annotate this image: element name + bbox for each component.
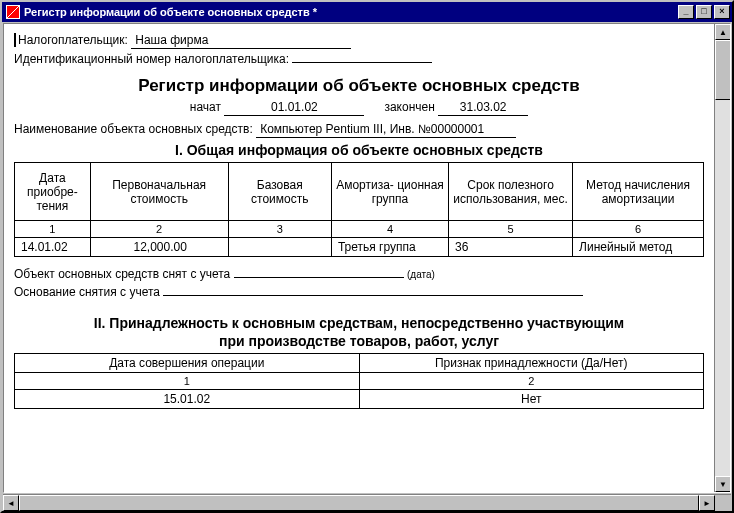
- basis-value[interactable]: [163, 295, 583, 296]
- removal-date[interactable]: [234, 277, 404, 278]
- taxpayer-value[interactable]: Наша фирма: [131, 33, 351, 49]
- tin-value[interactable]: [292, 61, 432, 63]
- t1-h2: Первоначальная стоимость: [90, 163, 228, 221]
- finished-label: закончен: [384, 100, 434, 114]
- scroll-left-button[interactable]: ◄: [3, 495, 19, 511]
- object-value[interactable]: Компьютер Pentium III, Инв. №00000001: [256, 122, 516, 138]
- table-section2: Дата совершения операции Признак принадл…: [14, 353, 704, 409]
- t1-n4: 4: [331, 221, 448, 238]
- arrow-down-icon: ▼: [719, 480, 727, 489]
- scroll-track-vertical[interactable]: [715, 100, 730, 476]
- scroll-corner: [715, 495, 731, 511]
- window-title: Регистр информации об объекте основных с…: [24, 6, 678, 18]
- maximize-button[interactable]: □: [696, 5, 712, 19]
- started-label: начат: [190, 100, 221, 114]
- t1-h4: Амортиза- ционная группа: [331, 163, 448, 221]
- t1-c3[interactable]: [228, 238, 331, 257]
- finished-value[interactable]: 31.03.02: [438, 100, 528, 116]
- horizontal-scrollbar[interactable]: ◄ ►: [3, 495, 715, 510]
- scroll-right-button[interactable]: ►: [699, 495, 715, 511]
- document-title: Регистр информации об объекте основных с…: [14, 76, 704, 96]
- t1-h3: Базовая стоимость: [228, 163, 331, 221]
- t2-h1: Дата совершения операции: [15, 354, 360, 373]
- t1-c4[interactable]: Третья группа: [331, 238, 448, 257]
- scroll-thumb-horizontal[interactable]: [19, 495, 699, 511]
- t1-h1: Дата приобре- тения: [15, 163, 91, 221]
- t1-h5: Срок полезного использования, мес.: [449, 163, 573, 221]
- section1-title: I. Общая информация об объекте основных …: [14, 142, 704, 158]
- section2-title-l2: при производстве товаров, работ, услуг: [14, 333, 704, 349]
- arrow-right-icon: ►: [703, 499, 711, 508]
- arrow-left-icon: ◄: [7, 499, 15, 508]
- titlebar: Регистр информации об объекте основных с…: [2, 2, 732, 22]
- close-button[interactable]: ×: [714, 5, 730, 19]
- t1-c5[interactable]: 36: [449, 238, 573, 257]
- t1-c2[interactable]: 12,000.00: [90, 238, 228, 257]
- removal-date-hint: (дата): [407, 269, 435, 280]
- scroll-down-button[interactable]: ▼: [715, 476, 731, 492]
- started-value[interactable]: 01.01.02: [224, 100, 364, 116]
- document-content: Налогоплательщик: Наша фирма Идентификац…: [4, 24, 714, 492]
- t1-c1[interactable]: 14.01.02: [15, 238, 91, 257]
- t1-n6: 6: [573, 221, 704, 238]
- t1-n1: 1: [15, 221, 91, 238]
- app-window: Регистр информации об объекте основных с…: [0, 0, 734, 513]
- t1-n5: 5: [449, 221, 573, 238]
- t2-n1: 1: [15, 373, 360, 390]
- t1-n3: 3: [228, 221, 331, 238]
- app-icon: [6, 5, 20, 19]
- taxpayer-label: Налогоплательщик:: [14, 33, 128, 47]
- t1-h6: Метод начисления амортизации: [573, 163, 704, 221]
- t2-c1[interactable]: 15.01.02: [15, 390, 360, 409]
- table-section1: Дата приобре- тения Первоначальная стоим…: [14, 162, 704, 257]
- t2-h2: Признак принадлежности (Да/Нет): [359, 354, 704, 373]
- minimize-button[interactable]: _: [678, 5, 694, 19]
- tin-label: Идентификационный номер налогоплательщик…: [14, 52, 289, 66]
- scroll-thumb-vertical[interactable]: [715, 40, 731, 100]
- t1-n2: 2: [90, 221, 228, 238]
- removal-label: Объект основных средств снят с учета: [14, 267, 230, 281]
- arrow-up-icon: ▲: [719, 28, 727, 37]
- t1-c6[interactable]: Линейный метод: [573, 238, 704, 257]
- basis-label: Основание снятия с учета: [14, 285, 160, 299]
- vertical-scrollbar[interactable]: ▲ ▼: [714, 24, 730, 492]
- object-label: Наименование объекта основных средств:: [14, 122, 253, 136]
- scroll-up-button[interactable]: ▲: [715, 24, 731, 40]
- t2-n2: 2: [359, 373, 704, 390]
- section2-title-l1: II. Принадлежность к основным средствам,…: [14, 315, 704, 331]
- t2-c2[interactable]: Нет: [359, 390, 704, 409]
